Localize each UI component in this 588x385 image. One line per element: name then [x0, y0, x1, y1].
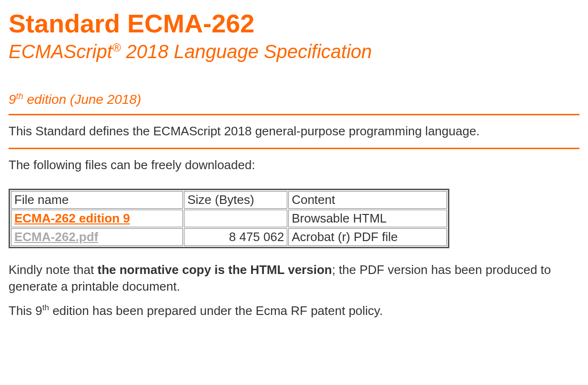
subtitle-sup: ® [112, 41, 121, 54]
downloads-table: File name Size (Bytes) Content ECMA-262 … [9, 189, 449, 248]
note-bold: the normative copy is the HTML version [97, 263, 332, 277]
cell-filename: ECMA-262.pdf [11, 228, 183, 246]
divider [9, 114, 579, 115]
file-link[interactable]: ECMA-262.pdf [14, 230, 98, 244]
col-content: Content [288, 191, 447, 209]
policy-sup: th [42, 303, 49, 312]
patent-policy: This 9th edition has been prepared under… [9, 303, 579, 319]
table-row: ECMA-262 edition 9 Browsable HTML [11, 210, 447, 227]
col-filename: File name [11, 191, 183, 209]
subtitle-post: 2018 Language Specification [121, 41, 372, 62]
normative-note: Kindly note that the normative copy is t… [9, 262, 579, 295]
note-pre: Kindly note that [9, 263, 97, 277]
page-subtitle: ECMAScript® 2018 Language Specification [9, 40, 579, 63]
page-title: Standard ECMA-262 [9, 9, 579, 38]
cell-content: Acrobat (r) PDF file [288, 228, 447, 246]
table-header-row: File name Size (Bytes) Content [11, 191, 447, 209]
col-size: Size (Bytes) [184, 191, 287, 209]
policy-pre: This 9 [9, 304, 42, 318]
cell-size: 8 475 062 [184, 228, 287, 246]
subtitle-pre: ECMAScript [9, 41, 112, 62]
cell-filename: ECMA-262 edition 9 [11, 210, 183, 227]
table-row: ECMA-262.pdf 8 475 062 Acrobat (r) PDF f… [11, 228, 447, 246]
edition-sup: th [16, 91, 23, 101]
edition-rest: edition (June 2018) [23, 92, 142, 107]
policy-post: edition has been prepared under the Ecma… [49, 304, 383, 318]
edition-num: 9 [9, 92, 16, 107]
cell-content: Browsable HTML [288, 210, 447, 227]
cell-size [184, 210, 287, 227]
intro-text: This Standard defines the ECMAScript 201… [9, 123, 579, 140]
download-intro: The following files can be freely downlo… [9, 157, 579, 173]
edition-line: 9th edition (June 2018) [9, 91, 579, 107]
divider [9, 148, 579, 149]
file-link[interactable]: ECMA-262 edition 9 [14, 211, 130, 225]
